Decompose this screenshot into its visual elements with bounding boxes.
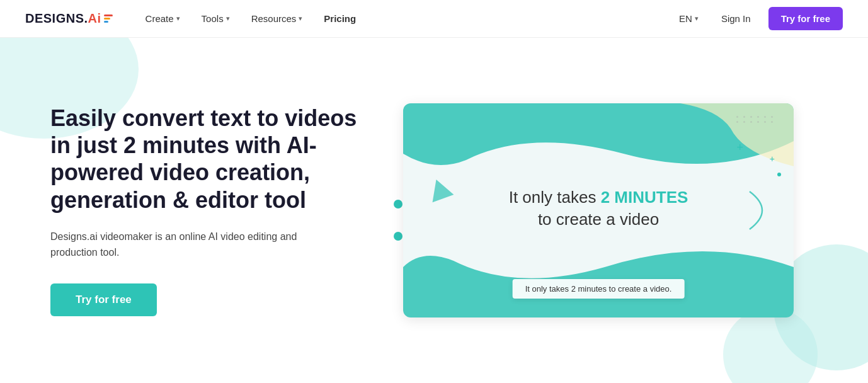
video-highlight: 2 MINUTES — [601, 188, 688, 207]
chevron-down-icon: ▾ — [226, 14, 230, 23]
plus-decoration-2: + — [770, 154, 775, 164]
nav-item-pricing[interactable]: Pricing — [316, 8, 363, 29]
hero-headline: Easily convert text to videos in just 2 … — [50, 105, 378, 214]
arc-decoration — [743, 185, 775, 236]
nav-item-create[interactable]: Create ▾ — [138, 8, 188, 29]
nav-right: EN ▾ Sign In Try for free — [674, 7, 843, 30]
logo-bar-3 — [104, 21, 108, 23]
video-preview: + + It only takes 2 MINUTES to create a … — [403, 103, 806, 317]
video-card[interactable]: + + It only takes 2 MINUTES to create a … — [403, 103, 794, 317]
dots-grid — [736, 116, 775, 123]
plus-decoration-1: + — [736, 141, 743, 154]
logo[interactable]: DESIGNS. Ai — [25, 11, 113, 26]
wave-cream — [680, 103, 794, 166]
video-line2: to create a video — [442, 210, 755, 229]
nav-create-label: Create — [146, 13, 174, 24]
nav-pricing-label: Pricing — [324, 13, 356, 24]
logo-bars — [104, 14, 113, 23]
nav-tools-label: Tools — [202, 13, 224, 24]
video-center-text: It only takes 2 MINUTES to create a vide… — [442, 188, 755, 229]
language-label: EN — [679, 13, 692, 24]
hero-content: Easily convert text to videos in just 2 … — [50, 105, 378, 316]
navbar: DESIGNS. Ai Create ▾ Tools ▾ Resources ▾… — [0, 0, 868, 38]
video-line1-text: It only takes — [509, 188, 601, 207]
video-line1: It only takes 2 MINUTES — [442, 188, 755, 207]
nav-item-resources[interactable]: Resources ▾ — [244, 8, 311, 29]
brand-name: DESIGNS. — [25, 11, 88, 26]
video-subtitle: It only takes 2 minutes to create a vide… — [513, 279, 685, 299]
nav-item-tools[interactable]: Tools ▾ — [194, 8, 237, 29]
chevron-down-icon: ▾ — [695, 14, 699, 23]
logo-bar-1 — [104, 14, 113, 16]
hero-description: Designs.ai videomaker is an online AI vi… — [50, 229, 315, 261]
sign-in-link[interactable]: Sign In — [714, 8, 758, 29]
logo-bar-2 — [104, 18, 110, 20]
try-for-free-button-nav[interactable]: Try for free — [768, 7, 843, 30]
small-circle-decoration — [777, 173, 781, 176]
chevron-down-icon: ▾ — [176, 14, 180, 23]
try-for-free-button-main[interactable]: Try for free — [50, 283, 157, 316]
main-content: Easily convert text to videos in just 2 … — [0, 38, 868, 383]
nav-resources-label: Resources — [251, 13, 297, 24]
chevron-down-icon: ▾ — [299, 14, 302, 23]
dot-decoration-1 — [394, 200, 403, 209]
dot-decoration-2 — [394, 232, 403, 241]
nav-links: Create ▾ Tools ▾ Resources ▾ Pricing — [138, 8, 675, 29]
wave-bottom — [403, 236, 794, 317]
brand-ai: Ai — [88, 11, 101, 26]
language-selector[interactable]: EN ▾ — [674, 9, 704, 28]
